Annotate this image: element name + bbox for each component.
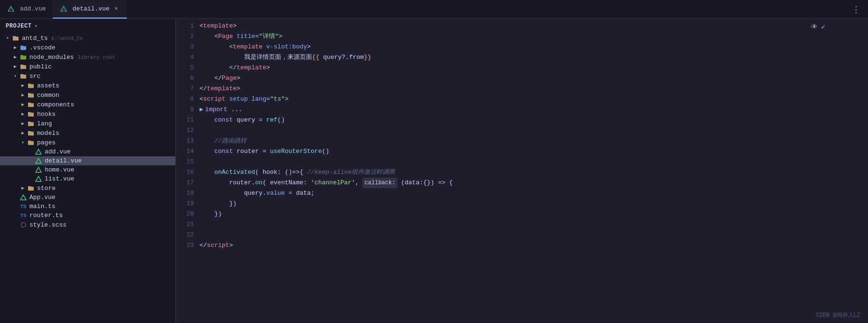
vue-icon-detail-tree (34, 158, 43, 164)
token: = (266, 94, 270, 104)
main-ts-label: main.ts (29, 203, 175, 210)
code-container[interactable]: 1 2 3 4 5 6 7 8 9 11 12 13 14 15 16 17 1… (176, 19, 868, 323)
eye-icon[interactable]: 👁 (811, 23, 818, 31)
line-num-6: 6 (181, 73, 194, 84)
token: template (203, 21, 233, 31)
tab-close-button[interactable]: × (113, 5, 120, 13)
line-num-4: 4 (181, 52, 194, 63)
vscode-label: .vscode (29, 44, 175, 51)
code-line-9: ▶import ... (200, 104, 858, 115)
vue-icon-app (19, 194, 28, 201)
vue-icon-detail (59, 6, 68, 12)
lang-label: lang (37, 120, 175, 127)
token: > (233, 21, 237, 31)
code-line-16: onActivated( hook: ()=>{ //keep-alive组件激… (200, 167, 858, 178)
code-line-8: <script setup lang="ts"> (200, 94, 858, 104)
token: data (296, 188, 311, 199)
tab-detail-vue[interactable]: detail.vue × (53, 0, 127, 19)
line-num-17: 17 (181, 178, 194, 188)
editor-area: 👁 ✓ 1 2 3 4 5 6 7 8 9 11 12 13 14 15 16 (176, 19, 868, 323)
line-num-9: 9 (181, 104, 194, 115)
token: template (237, 63, 266, 73)
token: router = (233, 146, 270, 157)
tree-item-detail-vue[interactable]: detail.vue (0, 156, 175, 165)
ts-icon-router: TS (19, 213, 28, 218)
token (200, 52, 244, 63)
tree-item-style-scss[interactable]: ⬡ style.scss (0, 220, 175, 230)
tree-item-common[interactable]: ▶ common (0, 90, 175, 100)
home-vue-label: home.vue (45, 166, 175, 173)
tab-add-label: add.vue (20, 5, 46, 12)
tree-item-src[interactable]: ▾ src (0, 71, 175, 81)
more-options-icon[interactable]: ⋮ (852, 4, 860, 15)
components-label: components (37, 101, 175, 108)
watermark: CSDN @局外人LZ (816, 311, 860, 319)
watermark-text: CSDN @局外人LZ (816, 312, 860, 319)
tree-item-list-vue[interactable]: list.vue (0, 174, 175, 183)
chevron-pages: ▾ (19, 140, 27, 145)
tree-item-vscode[interactable]: ▶ .vscode (0, 43, 175, 52)
tree-item-node-modules[interactable]: ▶ node_modules library root (0, 52, 175, 62)
tree-item-main-ts[interactable]: TS main.ts (0, 202, 175, 211)
tab-add-vue[interactable]: add.vue (0, 0, 53, 19)
tree-item-router-ts[interactable]: TS router.ts (0, 211, 175, 220)
token: query = (233, 115, 266, 125)
token: Page (222, 73, 237, 84)
tree-item-assets[interactable]: ▶ assets (0, 81, 175, 90)
token: }) (229, 199, 237, 209)
token: > (266, 63, 270, 73)
tree-item-home-vue[interactable]: home.vue (0, 165, 175, 174)
svg-marker-5 (36, 158, 41, 163)
assets-label: assets (37, 82, 175, 89)
tree-item-lang[interactable]: ▶ lang (0, 119, 175, 128)
node-modules-label: node_modules library root (29, 54, 175, 61)
token: </ (214, 73, 222, 84)
code-line-7: </template> (200, 84, 858, 94)
tree-item-app-vue[interactable]: App.vue (0, 193, 175, 202)
tree-item-pages[interactable]: ▾ pages (0, 138, 175, 147)
token: < (214, 31, 218, 42)
token: }) (214, 209, 222, 219)
tree-item-antd-ts[interactable]: ▾ antd_ts E:\antd_ts (0, 33, 175, 43)
chevron-node: ▶ (11, 54, 19, 60)
token: template (207, 84, 237, 94)
tree-item-store[interactable]: ▶ store (0, 183, 175, 193)
token: }} (364, 52, 372, 63)
folder-icon-hooks (27, 110, 35, 118)
line-num-19: 19 (181, 199, 194, 209)
code-line-13: //路由跳转 (200, 136, 858, 146)
token: </ (200, 84, 207, 94)
line-num-13: 13 (181, 136, 194, 146)
router-ts-label: router.ts (29, 212, 175, 219)
main-content: Project ▾ ▾ antd_ts E:\antd_ts ▶ .vscode… (0, 19, 868, 323)
token: query (244, 188, 263, 199)
svg-marker-8 (20, 195, 26, 200)
folder-icon-lang (27, 120, 35, 127)
scss-icon-style: ⬡ (19, 221, 28, 229)
sidebar-header[interactable]: Project ▾ (0, 19, 175, 33)
tree-item-add-vue[interactable]: add.vue (0, 147, 175, 156)
app-vue-label: App.vue (29, 194, 175, 201)
tree-item-public[interactable]: ▶ public (0, 62, 175, 71)
token: ( (263, 178, 267, 188)
chevron-antd-ts: ▾ (4, 35, 11, 41)
token: </ (229, 63, 237, 73)
folder-icon-node (19, 53, 28, 61)
code-line-11: const query = ref() (200, 115, 858, 125)
antd-ts-label: antd_ts E:\antd_ts (22, 35, 175, 42)
tree-item-hooks[interactable]: ▶ hooks (0, 109, 175, 119)
line-num-1: 1 (181, 21, 194, 31)
token: query?.from (319, 52, 364, 63)
code-line-23: </script> (200, 240, 858, 251)
folder-icon-antd-ts (11, 34, 20, 42)
tree-item-components[interactable]: ▶ components (0, 100, 175, 109)
line-num-15: 15 (181, 157, 194, 167)
code-line-17: router.on( eventName: 'channelPar', call… (200, 178, 858, 188)
checkmark-icon[interactable]: ✓ (821, 23, 825, 31)
tree-item-models[interactable]: ▶ models (0, 128, 175, 138)
token: 我是详情页面，来源页面 (244, 52, 312, 63)
svg-marker-7 (36, 176, 41, 181)
code-lines[interactable]: <template> <Page title="详情"> <template v… (200, 21, 868, 323)
collapse-arrow[interactable]: ▶ (200, 104, 203, 115)
vue-icon-list (34, 176, 43, 182)
